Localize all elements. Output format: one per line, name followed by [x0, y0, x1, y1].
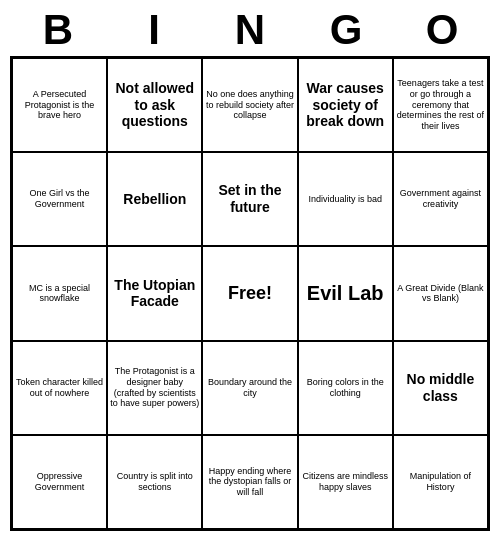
letter-n: N: [210, 6, 290, 54]
cell-0-1: Not allowed to ask questions: [107, 58, 202, 152]
cell-0-3: War causes society of break down: [298, 58, 393, 152]
cell-1-3: Individuality is bad: [298, 152, 393, 246]
cell-0-2: No one does anything to rebuild society …: [202, 58, 297, 152]
bingo-grid: A Persecuted Protagonist is the brave he…: [10, 56, 490, 531]
cell-0-4: Teenagers take a test or go through a ce…: [393, 58, 488, 152]
letter-g: G: [306, 6, 386, 54]
cell-1-0: One Girl vs the Government: [12, 152, 107, 246]
cell-1-1: Rebellion: [107, 152, 202, 246]
cell-3-0: Token character killed out of nowhere: [12, 341, 107, 435]
cell-4-0: Oppressive Government: [12, 435, 107, 529]
cell-4-4: Manipulation of History: [393, 435, 488, 529]
bingo-header: B I N G O: [10, 6, 490, 54]
cell-3-1: The Protagonist is a designer baby (craf…: [107, 341, 202, 435]
letter-b: B: [18, 6, 98, 54]
cell-3-4: No middle class: [393, 341, 488, 435]
cell-3-2: Boundary around the city: [202, 341, 297, 435]
letter-i: I: [114, 6, 194, 54]
cell-3-3: Boring colors in the clothing: [298, 341, 393, 435]
cell-1-4: Government against creativity: [393, 152, 488, 246]
cell-2-0: MC is a special snowflake: [12, 246, 107, 340]
letter-o: O: [402, 6, 482, 54]
cell-2-2-free: Free!: [202, 246, 297, 340]
cell-2-4: A Great Divide (Blank vs Blank): [393, 246, 488, 340]
cell-2-1: The Utopian Facade: [107, 246, 202, 340]
cell-2-3: Evil Lab: [298, 246, 393, 340]
cell-4-1: Country is split into sections: [107, 435, 202, 529]
cell-4-3: Citizens are mindless happy slaves: [298, 435, 393, 529]
cell-0-0: A Persecuted Protagonist is the brave he…: [12, 58, 107, 152]
cell-1-2: Set in the future: [202, 152, 297, 246]
cell-4-2: Happy ending where the dystopian falls o…: [202, 435, 297, 529]
